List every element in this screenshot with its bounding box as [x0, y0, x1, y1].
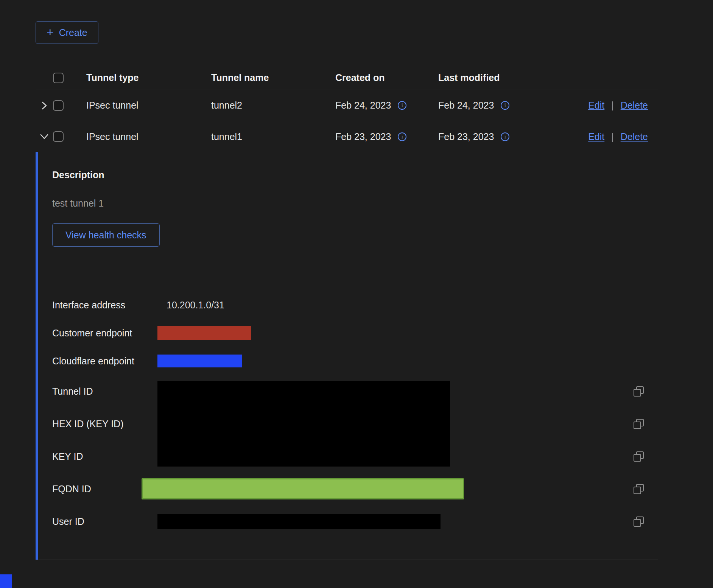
last-modified-cell: Feb 23, 2023 i [431, 131, 559, 142]
create-button-label: Create [59, 27, 87, 38]
info-icon[interactable]: i [501, 132, 509, 141]
collapse-chevron-down-icon[interactable] [36, 133, 53, 140]
table-row: IPsec tunnel tunnel1 Feb 23, 2023 i Feb … [36, 121, 658, 152]
created-on-value: Feb 24, 2023 [335, 100, 391, 111]
fqdn-id-redacted-value [142, 478, 464, 499]
row-actions: Edit | Delete [588, 100, 658, 111]
tunnel-detail-wrapper: Description test tunnel 1 View health ch… [36, 152, 658, 560]
cloudflare-endpoint-redacted-value [157, 355, 242, 367]
tunnels-page: + Create Tunnel type Tunnel name Created… [0, 0, 713, 588]
field-row-user-id: User ID [52, 505, 658, 538]
plus-icon: + [47, 26, 54, 38]
field-row-interface-address: Interface address 10.200.1.0/31 [52, 291, 658, 319]
copy-key-id-icon[interactable] [634, 451, 644, 462]
view-health-checks-button[interactable]: View health checks [52, 223, 160, 247]
copy-tunnel-id-icon[interactable] [634, 386, 644, 397]
user-id-redacted-value [157, 514, 441, 529]
row-checkbox[interactable] [53, 131, 64, 142]
last-modified-value: Feb 23, 2023 [438, 131, 494, 142]
description-label: Description [52, 170, 658, 180]
tunnel-id-label: Tunnel ID [52, 375, 157, 408]
tunnel-type-cell: IPsec tunnel [79, 100, 204, 111]
ids-redacted-value [157, 381, 450, 467]
customer-endpoint-label: Customer endpoint [52, 328, 157, 339]
customer-endpoint-redacted-value [157, 326, 251, 340]
expand-chevron-right-icon[interactable] [36, 100, 53, 111]
row-actions: Edit | Delete [588, 131, 658, 142]
created-on-cell: Feb 23, 2023 i [328, 131, 431, 142]
last-modified-value: Feb 24, 2023 [438, 100, 494, 111]
user-id-label: User ID [52, 516, 157, 527]
interface-address-value: 10.200.1.0/31 [157, 300, 634, 311]
delete-link[interactable]: Delete [621, 100, 648, 111]
detail-fields: Interface address 10.200.1.0/31 Customer… [52, 291, 658, 538]
section-divider [52, 271, 648, 271]
select-all-checkbox[interactable] [53, 73, 64, 83]
info-icon[interactable]: i [398, 132, 406, 141]
field-row-customer-endpoint: Customer endpoint [52, 319, 658, 347]
header-tunnel-type: Tunnel type [79, 72, 204, 83]
copy-user-id-icon[interactable] [634, 516, 644, 527]
tunnel-name-cell: tunnel1 [204, 131, 328, 142]
create-button[interactable]: + Create [36, 21, 98, 44]
hex-id-label: HEX ID (KEY ID) [52, 408, 157, 440]
row-checkbox[interactable] [53, 100, 64, 111]
table-header-row: Tunnel type Tunnel name Created on Last … [36, 66, 658, 90]
table-row: IPsec tunnel tunnel2 Feb 24, 2023 i Feb … [36, 90, 658, 121]
tunnels-table: Tunnel type Tunnel name Created on Last … [36, 66, 658, 152]
info-icon[interactable]: i [398, 101, 406, 110]
delete-link[interactable]: Delete [621, 131, 648, 142]
created-on-value: Feb 23, 2023 [335, 131, 391, 142]
tunnel-detail-panel: Description test tunnel 1 View health ch… [36, 152, 658, 560]
field-row-fqdn-id: FQDN ID [52, 473, 658, 505]
interface-address-label: Interface address [52, 300, 157, 311]
copy-fqdn-id-icon[interactable] [634, 484, 644, 494]
header-created-on: Created on [328, 72, 431, 83]
copy-hex-id-icon[interactable] [634, 419, 644, 429]
edit-link[interactable]: Edit [588, 131, 604, 142]
action-separator: | [611, 100, 614, 111]
cloudflare-endpoint-label: Cloudflare endpoint [52, 356, 157, 367]
info-icon[interactable]: i [501, 101, 509, 110]
action-separator: | [611, 131, 614, 142]
tunnel-name-cell: tunnel2 [204, 100, 328, 111]
field-row-cloudflare-endpoint: Cloudflare endpoint [52, 347, 658, 375]
last-modified-cell: Feb 24, 2023 i [431, 100, 559, 111]
field-row-ids: Tunnel ID HEX ID (KEY ID) KEY ID [52, 375, 658, 473]
header-last-modified: Last modified [431, 72, 559, 83]
created-on-cell: Feb 24, 2023 i [328, 100, 431, 111]
description-value: test tunnel 1 [52, 198, 658, 209]
tunnel-type-cell: IPsec tunnel [79, 131, 204, 142]
edit-link[interactable]: Edit [588, 100, 604, 111]
bottom-left-blue-strip [0, 574, 12, 588]
header-tunnel-name: Tunnel name [204, 72, 328, 83]
key-id-label: KEY ID [52, 440, 157, 473]
